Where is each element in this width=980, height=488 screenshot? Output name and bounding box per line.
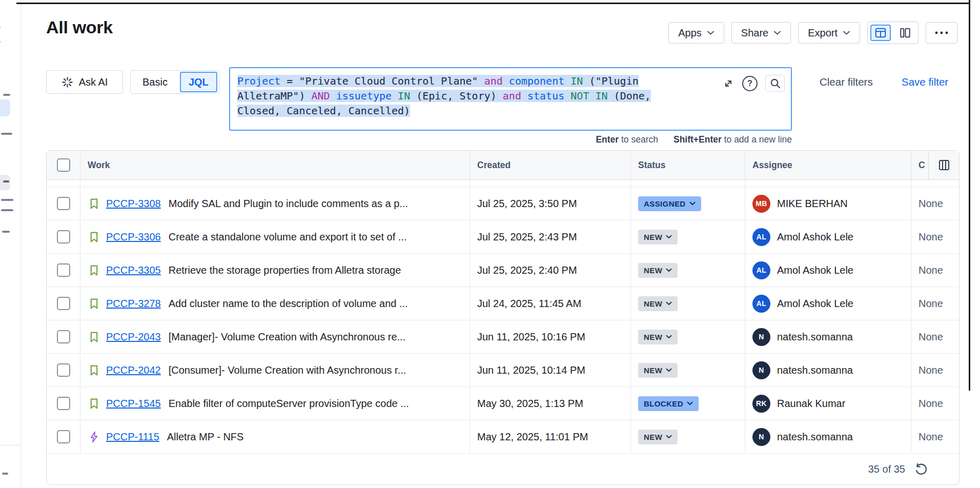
issue-summary[interactable]: Create a standalone volume and export it… xyxy=(169,231,407,243)
extra-cell: None xyxy=(911,287,959,320)
apps-button[interactable]: Apps xyxy=(668,22,724,44)
row-checkbox[interactable] xyxy=(57,397,70,410)
issue-key-link[interactable]: PCCP-3305 xyxy=(106,265,161,276)
refresh-button[interactable] xyxy=(913,462,927,476)
chevron-right-icon[interactable]: ▸ xyxy=(0,22,1,32)
epic-lightning-icon xyxy=(88,431,100,443)
created-cell: Jun 11, 2025, 10:14 PM xyxy=(469,354,630,387)
issue-summary[interactable]: Add cluster name to the description of v… xyxy=(169,298,408,310)
jql-query-text[interactable]: Project = "Private Cloud Control Plane" … xyxy=(237,74,714,118)
chevron-down-icon xyxy=(689,201,696,206)
created-cell: Jun 11, 2025, 10:16 PM xyxy=(469,320,630,353)
assignee-name: Amol Ashok Lele xyxy=(777,265,853,276)
select-all-checkbox[interactable] xyxy=(57,158,70,172)
row-checkbox[interactable] xyxy=(57,297,70,310)
table-view-button[interactable] xyxy=(870,25,891,41)
status-badge[interactable]: NEW xyxy=(638,296,678,311)
table-row: PCCP-1115Alletra MP - NFSMay 12, 2025, 1… xyxy=(47,420,959,454)
configure-columns-button[interactable] xyxy=(928,151,959,179)
chevron-down-icon xyxy=(773,30,781,35)
work-cell: PCCP-1115Alletra MP - NFS xyxy=(80,420,469,453)
work-cell: PCCP-3306Create a standalone volume and … xyxy=(80,220,469,253)
column-header-work[interactable]: Work xyxy=(80,151,469,179)
issue-key-link[interactable]: PCCP-3278 xyxy=(106,298,161,310)
share-button[interactable]: Share xyxy=(731,22,791,44)
column-header-assignee[interactable]: Assignee xyxy=(745,151,911,179)
table-body: PCCP-3308Modify SAL and Plugin to includ… xyxy=(47,187,959,454)
status-badge[interactable]: NEW xyxy=(638,230,678,245)
more-options-button[interactable] xyxy=(926,22,957,44)
issue-summary[interactable]: [Consumer]- Volume Creation with Asynchr… xyxy=(169,364,406,376)
issue-key-link[interactable]: PCCP-3306 xyxy=(106,231,161,243)
issue-key-link[interactable]: PCCP-2043 xyxy=(106,331,161,343)
row-checkbox[interactable] xyxy=(57,363,70,377)
story-icon xyxy=(88,297,100,310)
row-checkbox[interactable] xyxy=(57,197,70,210)
jql-editor[interactable]: Project = "Private Cloud Control Plane" … xyxy=(229,67,792,131)
assignee-cell: ALAmol Ashok Lele xyxy=(745,254,911,287)
row-checkbox[interactable] xyxy=(57,430,70,443)
status-badge[interactable]: NEW xyxy=(638,363,678,378)
jql-help-button[interactable]: ? xyxy=(742,76,758,91)
basic-mode-button[interactable]: Basic xyxy=(132,72,178,92)
jql-mode-button[interactable]: JQL xyxy=(180,72,217,92)
column-header-created[interactable]: Created xyxy=(469,151,630,179)
issue-key-link[interactable]: PCCP-3308 xyxy=(106,198,161,210)
column-header-status[interactable]: Status xyxy=(630,151,745,179)
issue-key-link[interactable]: PCCP-1545 xyxy=(106,398,161,410)
main-content: All work Apps Share Export xyxy=(21,0,980,488)
detail-view-button[interactable] xyxy=(895,25,915,41)
chevron-right-icon[interactable]: ▸ xyxy=(0,36,1,47)
row-checkbox[interactable] xyxy=(57,263,70,277)
work-cell: PCCP-1545Enable filter of computeServer … xyxy=(80,387,469,420)
save-filter-button[interactable]: Save filter xyxy=(899,75,951,89)
story-icon xyxy=(88,331,100,343)
row-select-cell xyxy=(47,254,80,287)
table-footer: 35 of 35 xyxy=(47,454,959,484)
issue-key-link[interactable]: PCCP-2042 xyxy=(106,364,161,376)
status-badge[interactable]: ASSIGNED xyxy=(638,196,701,211)
story-bookmark-icon xyxy=(88,397,100,410)
sidebar-item-hover[interactable] xyxy=(0,175,10,190)
issue-summary[interactable]: Alletra MP - NFS xyxy=(167,431,244,443)
sidebar-fragment xyxy=(3,94,10,96)
issue-summary[interactable]: Retrieve the storage properties from All… xyxy=(169,265,401,276)
status-cell: NEW xyxy=(630,320,745,353)
status-badge[interactable]: BLOCKED xyxy=(638,396,699,411)
expand-editor-button[interactable] xyxy=(722,77,734,90)
created-cell: Jul 25, 2025, 2:40 PM xyxy=(469,254,630,287)
row-select-cell xyxy=(47,187,80,220)
status-badge[interactable]: NEW xyxy=(638,330,678,344)
story-bookmark-icon xyxy=(88,231,100,243)
row-checkbox[interactable] xyxy=(57,330,70,343)
issue-summary[interactable]: Enable filter of computeServer provision… xyxy=(169,398,409,410)
row-checkbox[interactable] xyxy=(57,230,70,243)
ask-ai-button[interactable]: Ask AI xyxy=(46,70,123,94)
assignee-cell: Nnatesh.somanna xyxy=(745,354,911,387)
avatar: N xyxy=(752,328,770,346)
status-cell: NEW xyxy=(630,220,745,253)
export-button[interactable]: Export xyxy=(798,22,860,44)
issue-summary[interactable]: [Manager]- Volume Creation with Asynchro… xyxy=(169,331,405,343)
issue-key-link[interactable]: PCCP-1115 xyxy=(106,431,159,443)
chevron-down-icon xyxy=(666,335,672,339)
clear-filters-button[interactable]: Clear filters xyxy=(816,75,876,89)
assignee-cell: RKRaunak Kumar xyxy=(745,387,911,420)
status-badge[interactable]: NEW xyxy=(638,430,678,444)
jql-search-button[interactable] xyxy=(765,75,785,92)
created-cell: May 12, 2025, 11:01 PM xyxy=(469,420,630,453)
issue-summary[interactable]: Modify SAL and Plugin to include comment… xyxy=(169,198,408,210)
status-cell: NEW xyxy=(630,354,745,387)
story-bookmark-icon xyxy=(88,197,100,210)
story-bookmark-icon xyxy=(88,364,100,377)
extra-cell: None xyxy=(911,187,959,220)
sidebar-item-active[interactable] xyxy=(0,99,10,116)
chevron-down-icon xyxy=(666,235,672,239)
row-select-cell xyxy=(47,387,80,420)
ellipsis-icon xyxy=(934,31,949,35)
work-cell: PCCP-2042[Consumer]- Volume Creation wit… xyxy=(80,354,469,387)
row-select-cell xyxy=(47,287,80,320)
status-badge[interactable]: NEW xyxy=(638,263,678,278)
row-select-cell xyxy=(47,354,80,387)
avatar: AL xyxy=(752,295,770,313)
